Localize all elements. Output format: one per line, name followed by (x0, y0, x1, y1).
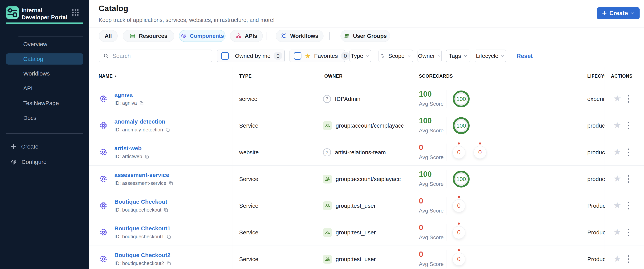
table-row[interactable]: anomaly-detection ID: anomaly-detection … (90, 112, 644, 139)
owner-dropdown[interactable]: Owner (418, 49, 442, 62)
sidebar-item-testnewpage[interactable]: TestNewPage (6, 98, 83, 109)
entity-id: ID: anomaly-detection (114, 127, 163, 133)
avg-score-value: 0 (419, 250, 423, 259)
entity-name-link[interactable]: artist-web (114, 145, 142, 152)
kebab-menu-icon[interactable] (627, 255, 630, 264)
entity-name-link[interactable]: Boutique Checkout1 (114, 225, 170, 232)
favorite-star-icon[interactable]: ★ (613, 147, 621, 156)
create-button[interactable]: Create (597, 7, 640, 19)
owner-name: group:test_user (336, 256, 376, 263)
scorecard-badges: 0 (453, 246, 465, 269)
favorite-star-icon[interactable]: ★ (613, 254, 621, 263)
user-group-icon (323, 121, 332, 130)
entity-owner: ? group:account/seiplayacc (323, 166, 401, 192)
tags-dropdown[interactable]: Tags (446, 49, 470, 62)
copy-icon[interactable] (166, 261, 172, 266)
tab-label: All (104, 33, 112, 39)
favorites-checkbox[interactable] (294, 52, 302, 60)
favorite-star-icon[interactable]: ★ (613, 94, 621, 103)
table-rows: agniva ID: agniva service ? IDPAdmin 100… (90, 85, 644, 269)
owned-by-me-filter[interactable]: Owned by me 0 (217, 49, 285, 62)
owned-by-me-checkbox[interactable] (221, 52, 229, 60)
header-divider (90, 27, 644, 27)
entity-owner: ? group:test_user (323, 192, 376, 219)
favorite-star-icon[interactable]: ★ (613, 228, 621, 236)
table-row[interactable]: artist-web ID: artistweb website ? artis… (90, 139, 644, 166)
column-header-name[interactable]: NAME▲ (98, 73, 117, 79)
tab-workflows[interactable]: Workflows (276, 30, 324, 42)
lifecycle-value: produc (587, 176, 605, 182)
kebab-menu-icon[interactable] (627, 148, 630, 157)
scorecard-badge: 0 (474, 146, 486, 159)
scope-dropdown[interactable]: Scope (378, 49, 413, 62)
sidebar-item-overview[interactable]: Overview (6, 39, 83, 50)
search-input[interactable] (112, 52, 205, 59)
lifecycle-value: produc (587, 122, 605, 129)
favorite-star-icon[interactable]: ★ (613, 121, 621, 129)
kebab-menu-icon[interactable] (627, 121, 630, 130)
owner-name: group:account/seiplayacc (336, 176, 401, 182)
tab-components[interactable]: Components (179, 30, 226, 42)
entity-owner: ? IDPAdmin (323, 85, 360, 112)
table-row[interactable]: Boutique Checkout ID: boutiquecheckout S… (90, 192, 644, 219)
entity-id: ID: boutiquecheckout1 (114, 234, 164, 240)
alert-dot (458, 223, 460, 225)
entity-id: ID: boutiquecheckout (114, 207, 161, 213)
table-row[interactable]: agniva ID: agniva service ? IDPAdmin 100… (90, 85, 644, 112)
kebab-menu-icon[interactable] (627, 201, 630, 210)
table-header: NAME▲ TYPE OWNER SCORECARDS LIFECYC ACTI… (90, 67, 644, 85)
sidebar-item-docs[interactable]: Docs (6, 112, 83, 124)
scorecard-badge: 100 (453, 90, 470, 107)
chevron-down-icon (407, 54, 411, 58)
chevron-down-icon (630, 11, 635, 15)
copy-icon[interactable] (165, 127, 170, 132)
type-dropdown[interactable]: Type (350, 49, 371, 62)
entity-type: Service (239, 203, 258, 209)
entity-name-link[interactable]: anomaly-detection (114, 118, 165, 125)
tab-label: Resources (139, 33, 167, 39)
kebab-menu-icon[interactable] (627, 175, 630, 184)
lifecycle-dropdown[interactable]: Lifecycle (475, 49, 506, 62)
kebab-menu-icon[interactable] (627, 228, 630, 237)
owner-name: IDPAdmin (335, 96, 360, 102)
app-grid-icon[interactable] (72, 9, 79, 16)
table-row[interactable]: Boutique Checkout2 ID: boutiquecheckout2… (90, 246, 644, 269)
entity-name-link[interactable]: assessment-service (114, 172, 169, 178)
copy-icon[interactable] (144, 154, 150, 159)
entity-name-link[interactable]: Boutique Checkout (114, 199, 167, 205)
component-gear-icon (99, 148, 108, 157)
sidebar-create-button[interactable]: Create (6, 141, 83, 152)
copy-icon[interactable] (168, 181, 174, 186)
lifecycle-value: Produc (587, 256, 605, 263)
favorites-filter[interactable]: ★ Favorites 0 (290, 49, 345, 62)
table-row[interactable]: Boutique Checkout1 ID: boutiquecheckout1… (90, 219, 644, 246)
sidebar-item-label: Catalog (23, 56, 43, 62)
reset-filters-link[interactable]: Reset (516, 53, 533, 59)
copy-icon[interactable] (139, 101, 144, 106)
table-row[interactable]: assessment-service ID: assessment-servic… (90, 166, 644, 192)
brand-underline (6, 22, 83, 24)
favorite-star-icon[interactable]: ★ (613, 174, 621, 183)
kebab-menu-icon[interactable] (627, 94, 630, 103)
tab-user-groups[interactable]: User Groups (340, 30, 390, 42)
copy-icon[interactable] (164, 208, 168, 213)
sidebar-item-api[interactable]: API (6, 83, 83, 94)
sidebar-item-workflows[interactable]: Workflows (6, 68, 83, 79)
sidebar-item-catalog[interactable]: Catalog (6, 53, 83, 64)
tab-all[interactable]: All (99, 30, 118, 42)
sidebar-configure-button[interactable]: Configure (6, 156, 83, 168)
component-gear-icon (99, 255, 108, 264)
scorecard-badge: 0 (453, 146, 465, 159)
owned-by-me-label: Owned by me (235, 53, 270, 59)
favorite-star-icon[interactable]: ★ (613, 201, 621, 210)
tab-resources[interactable]: Resources (123, 30, 174, 42)
tab-label: User Groups (353, 33, 387, 39)
entity-name-link[interactable]: agniva (114, 92, 133, 98)
entity-name-link[interactable]: Boutique Checkout2 (114, 252, 170, 259)
dropdown-label: Type (351, 53, 363, 59)
scorecard-divider (446, 224, 447, 241)
copy-icon[interactable] (166, 234, 172, 239)
tab-apis[interactable]: APIs (230, 30, 263, 42)
entity-type: Service (239, 122, 258, 129)
scorecard-badges: 100 (453, 166, 470, 192)
